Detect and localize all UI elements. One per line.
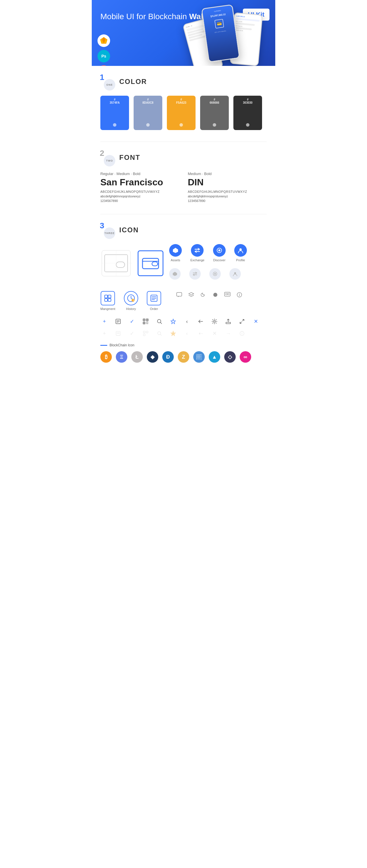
profile-icon-gray [229, 268, 241, 280]
discover-icon[interactable] [213, 244, 226, 257]
svg-marker-71 [171, 331, 175, 336]
color-swatch-dark: #303030 [233, 96, 262, 130]
history-icon-item: History [124, 291, 138, 311]
svg-rect-7 [142, 258, 159, 269]
assets-icon[interactable] [169, 244, 182, 257]
share-icon[interactable] [197, 317, 205, 326]
divider-2 [101, 214, 266, 214]
discover-icon-item: Discover [213, 244, 226, 262]
main-content: 1 ONE COLOR #3574FA #8DA0C8 #F5A623 #666 [92, 66, 275, 383]
nano-icon[interactable]: ◇ [224, 351, 236, 363]
screens-badge: 60+ Screens [97, 65, 110, 66]
font-san-francisco: Regular · Medium · Bold San Francisco AB… [101, 172, 179, 203]
star-icon-gray [169, 330, 177, 337]
svg-rect-34 [225, 292, 230, 296]
phone-mockups: Profile AI myWallet ₿ 6,297,502.12 💳 BTC… [166, 3, 275, 66]
crypto-icons-row: ₿ Ξ Ł ◆ Đ Z ▲ ◇ [101, 351, 266, 363]
font-section-number: 2 TWO [101, 150, 115, 165]
order-icon-item: Order [147, 291, 161, 311]
font-din: Medium · Bold DIN ABCDEFGHIJKLMNOPQRSTUV… [188, 172, 266, 203]
icon-section-header: 3 THREE ICON [101, 223, 266, 237]
share-icon-gray: ⇠ [197, 330, 205, 337]
info-icon-gray [238, 330, 246, 337]
qr-icon[interactable] [142, 317, 150, 326]
order-icon[interactable] [147, 291, 161, 305]
svg-rect-36 [228, 293, 229, 295]
svg-rect-59 [226, 322, 230, 324]
litecoin-icon[interactable]: Ł [131, 351, 143, 363]
info-icon[interactable] [236, 291, 243, 299]
profile-icon[interactable] [234, 244, 247, 257]
svg-rect-21 [108, 299, 111, 301]
svg-point-33 [213, 293, 217, 297]
svg-rect-35 [226, 293, 227, 295]
font-grid: Regular · Medium · Bold San Francisco AB… [101, 172, 266, 203]
blockchain-line [101, 345, 107, 346]
exchange-icon-item: Exchange [190, 244, 204, 262]
upload-icon[interactable] [224, 317, 232, 326]
ethereum-icon[interactable]: Ξ [116, 351, 127, 363]
color-dot [213, 123, 216, 127]
svg-point-12 [218, 249, 220, 251]
close-icon[interactable]: ✕ [252, 317, 260, 326]
svg-point-17 [234, 272, 236, 274]
svg-point-83 [201, 359, 202, 360]
discover-icon-gray [209, 268, 221, 280]
ark-icon[interactable]: ▲ [209, 351, 220, 363]
color-swatch-gray: #666666 [200, 96, 229, 130]
svg-point-69 [158, 332, 161, 335]
search-icon-gray [156, 330, 163, 337]
profile-icon-item: Profile [234, 244, 247, 262]
other-crypto-icon[interactable]: ∞ [240, 351, 251, 363]
chat-icon[interactable] [175, 291, 183, 299]
svg-line-61 [242, 319, 244, 321]
expand-icon[interactable] [238, 317, 246, 326]
svg-point-39 [239, 293, 240, 294]
search-icon[interactable] [156, 317, 163, 326]
management-icon[interactable] [101, 291, 115, 305]
svg-rect-49 [144, 322, 144, 323]
svg-rect-8 [152, 262, 158, 266]
zcash-icon[interactable]: Z [178, 351, 189, 363]
color-section: 1 ONE COLOR #3574FA #8DA0C8 #F5A623 #666 [101, 74, 266, 130]
plus-icon[interactable]: + [101, 317, 108, 326]
color-swatch-grayblue: #8DA0C8 [134, 96, 162, 130]
dash-icon[interactable]: Đ [162, 351, 174, 363]
color-section-header: 1 ONE COLOR [101, 74, 266, 89]
svg-point-74 [242, 332, 242, 333]
neo-icon[interactable]: ◆ [147, 351, 158, 363]
note-icon[interactable] [114, 317, 122, 326]
history-icon[interactable] [124, 291, 138, 305]
star-icon[interactable] [169, 317, 177, 326]
moon-icon[interactable] [200, 291, 207, 299]
svg-rect-45 [144, 319, 144, 320]
svg-line-24 [131, 298, 133, 299]
circle-icon[interactable] [211, 291, 219, 299]
settings-icon[interactable] [210, 317, 219, 326]
svg-rect-67 [146, 331, 148, 333]
assets-icon-item: Assets [169, 244, 182, 262]
wallet-icon-colored [138, 250, 163, 276]
svg-rect-66 [143, 331, 145, 333]
svg-rect-47 [147, 319, 148, 320]
blockchain-label: BlockChain Icon [101, 343, 266, 347]
icon-wireframes-row: Assets Exchange [101, 244, 266, 282]
qr-icon-gray [142, 330, 150, 337]
color-dot [179, 123, 183, 127]
font-section-header: 2 TWO FONT [101, 150, 266, 165]
layers-icon[interactable] [188, 291, 195, 299]
management-icon-item: Mangment [101, 291, 115, 311]
wireframe-grid-svg [101, 249, 132, 278]
icon-section: 3 THREE ICON [101, 223, 266, 363]
back-icon[interactable]: ‹ [183, 317, 191, 326]
font-section: 2 TWO FONT Regular · Medium · Bold San F… [101, 150, 266, 203]
exchange-icon[interactable] [191, 244, 204, 257]
grid-icon[interactable] [193, 351, 205, 363]
speech-bubble-icon[interactable] [224, 291, 231, 299]
svg-point-58 [214, 320, 215, 322]
bitcoin-icon[interactable]: ₿ [101, 351, 112, 363]
toolbar-icons-row: + ✓ ‹ [101, 317, 266, 326]
svg-rect-18 [105, 295, 108, 298]
checkmark-icon[interactable]: ✓ [128, 317, 136, 326]
svg-marker-10 [173, 248, 178, 253]
